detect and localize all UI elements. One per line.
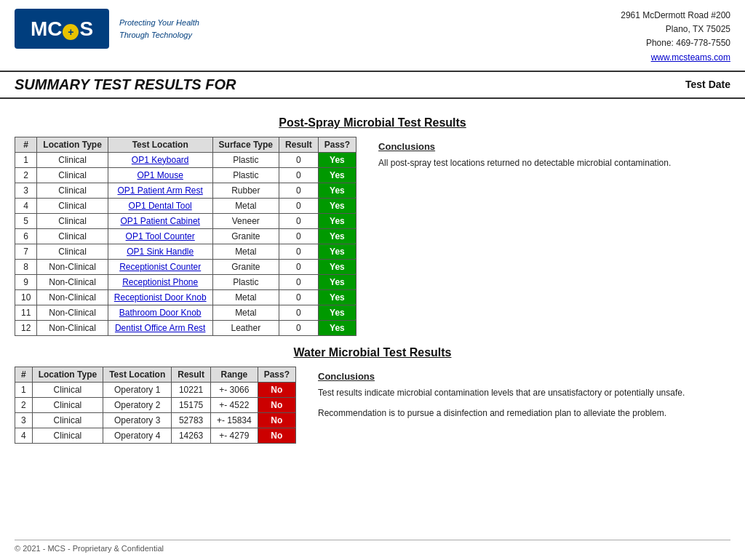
w-row-test-loc: Operatory 2 — [103, 397, 172, 412]
row-test-loc[interactable]: OP1 Keyboard — [108, 152, 212, 167]
w-row-range: +- 15834 — [210, 412, 258, 428]
company-address: 2961 McDermott Road #200 Plano, TX 75025… — [621, 9, 730, 65]
w-row-range: +- 4522 — [210, 397, 258, 412]
row-result: 0 — [279, 320, 319, 335]
water-microbial-title: Water Microbial Test Results — [15, 346, 730, 359]
w-row-result: 10221 — [172, 382, 211, 397]
water-microbial-section: # Location Type Test Location Result Ran… — [15, 367, 730, 444]
main-content: Post-Spray Microbial Test Results # Loca… — [0, 99, 745, 458]
w-col-result: Result — [172, 367, 211, 382]
w-col-test-loc: Test Location — [103, 367, 172, 382]
row-pass: Yes — [318, 289, 356, 305]
w-row-num: 4 — [15, 428, 33, 443]
company-tagline: Protecting Your Health Through Technolog… — [119, 17, 199, 41]
row-surf-type: Plastic — [212, 152, 279, 167]
w-col-range: Range — [210, 367, 258, 382]
row-num: 12 — [15, 320, 37, 335]
test-date-label: Test Date — [685, 79, 730, 90]
row-test-loc[interactable]: Receptionist Door Knob — [108, 289, 212, 305]
water-conclusions-body1: Test results indicate microbial contamin… — [318, 386, 730, 399]
col-header-pass: Pass? — [318, 137, 356, 152]
table-row: 7 Clinical OP1 Sink Handle Metal 0 Yes — [15, 244, 356, 259]
row-test-loc[interactable]: Bathroom Door Knob — [108, 305, 212, 320]
conclusions-heading: Conclusions — [378, 141, 730, 152]
row-result: 0 — [279, 244, 319, 259]
address-line1: 2961 McDermott Road #200 — [621, 9, 730, 23]
post-spray-section: # Location Type Test Location Surface Ty… — [15, 137, 730, 336]
w-row-loc-type: Clinical — [32, 397, 103, 412]
table-row: 4 Clinical OP1 Dental Tool Metal 0 Yes — [15, 198, 356, 213]
table-row: 1 Clinical Operatory 1 10221 +- 3066 No — [15, 382, 296, 397]
water-table-wrap: # Location Type Test Location Result Ran… — [15, 367, 296, 444]
logo-area: MC+S Protecting Your Health Through Tech… — [15, 9, 199, 49]
row-test-loc[interactable]: OP1 Dental Tool — [108, 198, 212, 213]
row-test-loc[interactable]: OP1 Mouse — [108, 167, 212, 183]
row-loc-type: Clinical — [37, 167, 108, 183]
row-surf-type: Granite — [212, 228, 279, 244]
row-surf-type: Plastic — [212, 167, 279, 183]
row-result: 0 — [279, 259, 319, 274]
row-result: 0 — [279, 289, 319, 305]
w-row-num: 2 — [15, 397, 33, 412]
w-col-loc-type: Location Type — [32, 367, 103, 382]
col-header-loc-type: Location Type — [37, 137, 108, 152]
row-num: 7 — [15, 244, 37, 259]
row-pass: Yes — [318, 244, 356, 259]
col-header-surf-type: Surface Type — [212, 137, 279, 152]
row-loc-type: Non-Clinical — [37, 305, 108, 320]
table-row: 1 Clinical OP1 Keyboard Plastic 0 Yes — [15, 152, 356, 167]
header: MC+S Protecting Your Health Through Tech… — [0, 0, 745, 72]
w-col-num: # — [15, 367, 33, 382]
row-test-loc[interactable]: OP1 Tool Counter — [108, 228, 212, 244]
w-row-result: 52783 — [172, 412, 211, 428]
w-row-pass: No — [258, 428, 295, 443]
row-loc-type: Clinical — [37, 183, 108, 198]
table-row: 9 Non-Clinical Receptionist Phone Plasti… — [15, 274, 356, 289]
col-header-test-loc: Test Location — [108, 137, 212, 152]
table-row: 8 Non-Clinical Receptionist Counter Gran… — [15, 259, 356, 274]
table-row: 5 Clinical OP1 Patient Cabinet Veneer 0 … — [15, 213, 356, 228]
w-row-loc-type: Clinical — [32, 428, 103, 443]
row-loc-type: Clinical — [37, 152, 108, 167]
row-result: 0 — [279, 198, 319, 213]
row-loc-type: Non-Clinical — [37, 274, 108, 289]
row-surf-type: Rubber — [212, 183, 279, 198]
row-pass: Yes — [318, 183, 356, 198]
row-num: 9 — [15, 274, 37, 289]
w-row-result: 14263 — [172, 428, 211, 443]
website-link[interactable]: www.mcsteams.com — [621, 51, 730, 65]
row-surf-type: Granite — [212, 259, 279, 274]
row-test-loc[interactable]: OP1 Patient Arm Rest — [108, 183, 212, 198]
row-result: 0 — [279, 213, 319, 228]
row-test-loc[interactable]: OP1 Patient Cabinet — [108, 213, 212, 228]
post-spray-title: Post-Spray Microbial Test Results — [15, 116, 730, 129]
row-result: 0 — [279, 228, 319, 244]
row-result: 0 — [279, 152, 319, 167]
post-spray-conclusions: Conclusions All post-spray test location… — [378, 137, 730, 169]
post-spray-table: # Location Type Test Location Surface Ty… — [15, 137, 356, 336]
row-pass: Yes — [318, 167, 356, 183]
row-num: 6 — [15, 228, 37, 244]
w-row-pass: No — [258, 397, 295, 412]
w-row-num: 3 — [15, 412, 33, 428]
row-result: 0 — [279, 274, 319, 289]
col-header-result: Result — [279, 137, 319, 152]
address-line2: Plano, TX 75025 — [621, 23, 730, 36]
conclusions-body: All post-spray test locations returned n… — [378, 156, 730, 169]
logo-icon: + — [63, 24, 79, 40]
footer: © 2021 - MCS - Proprietary & Confidentia… — [15, 540, 730, 553]
row-num: 10 — [15, 289, 37, 305]
row-test-loc[interactable]: Dentist Office Arm Rest — [108, 320, 212, 335]
row-surf-type: Leather — [212, 320, 279, 335]
row-loc-type: Clinical — [37, 244, 108, 259]
phone-number: Phone: 469-778-7550 — [621, 36, 730, 50]
row-test-loc[interactable]: OP1 Sink Handle — [108, 244, 212, 259]
row-test-loc[interactable]: Receptionist Phone — [108, 274, 212, 289]
row-test-loc[interactable]: Receptionist Counter — [108, 259, 212, 274]
row-num: 2 — [15, 167, 37, 183]
post-spray-table-wrap: # Location Type Test Location Surface Ty… — [15, 137, 356, 336]
row-num: 8 — [15, 259, 37, 274]
row-num: 11 — [15, 305, 37, 320]
row-pass: Yes — [318, 320, 356, 335]
row-surf-type: Metal — [212, 305, 279, 320]
